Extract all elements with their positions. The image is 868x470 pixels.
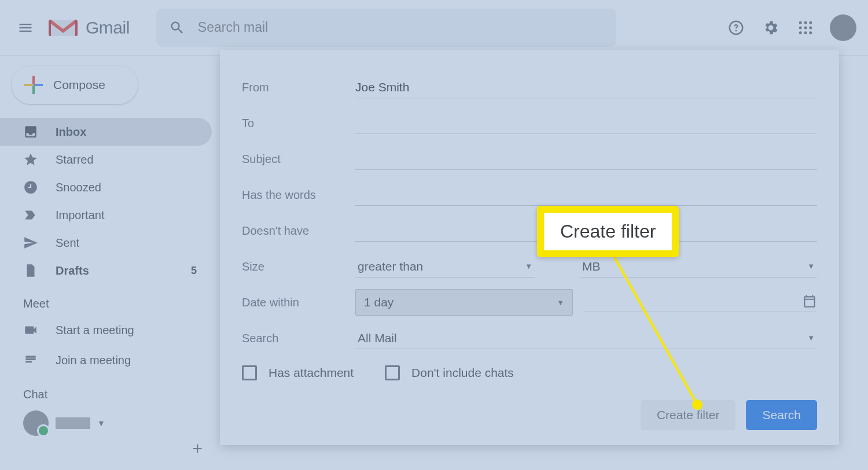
haswords-input[interactable] [355,184,817,206]
chat-user[interactable]: ▼ [0,410,220,436]
search-button[interactable]: Search [746,400,817,430]
subject-label: Subject [242,153,344,166]
search-bar[interactable] [156,9,616,47]
account-avatar[interactable] [830,14,856,41]
help-button[interactable] [722,14,750,42]
compose-button[interactable]: Compose [12,66,138,104]
calendar-icon [802,294,817,309]
svg-point-6 [799,31,802,34]
nothave-label: Doesn't have [242,224,344,238]
search-icon [169,20,185,36]
from-label: From [242,81,344,94]
svg-point-0 [799,21,802,24]
from-input[interactable] [355,77,817,98]
checkbox-icon [385,365,400,380]
svg-point-3 [799,26,802,29]
annotation-callout: Create filter [537,206,679,257]
to-label: To [242,117,344,130]
sidebar: Compose Inbox Starred Snoozed Important … [0,55,220,470]
date-label: Date within [242,296,344,309]
gmail-wordmark: Gmail [86,18,130,38]
nav-inbox[interactable]: Inbox [0,118,212,146]
gmail-icon [47,16,79,39]
size-unit-select[interactable]: MB▼ [580,256,817,277]
chevron-down-icon: ▼ [807,334,815,342]
compose-label: Compose [53,78,105,92]
size-label: Size [242,260,344,273]
checkbox-icon [242,365,257,380]
svg-point-4 [804,26,807,29]
main: From To Subject Has the words Doesn't ha… [220,55,868,470]
nav-sent[interactable]: Sent [0,229,212,257]
svg-point-7 [804,31,807,34]
svg-point-5 [809,26,812,29]
chat-header: Chat [0,375,220,406]
search-input[interactable] [198,20,604,35]
menu-button[interactable] [12,14,39,42]
plus-icon [24,76,43,94]
has-attachment-checkbox[interactable]: Has attachment [242,365,354,380]
chevron-down-icon: ▼ [807,262,815,271]
meet-header: Meet [0,284,220,315]
haswords-label: Has the words [242,188,344,202]
chat-username [56,417,90,429]
header: Gmail [0,0,868,55]
subject-input[interactable] [355,149,817,170]
size-operator-select[interactable]: greater than▼ [355,256,535,277]
svg-point-1 [804,21,807,24]
new-chat-button[interactable]: + [192,439,203,458]
searchscope-label: Search [242,332,344,345]
chevron-down-icon: ▼ [525,262,532,271]
svg-point-8 [809,31,812,34]
chevron-down-icon: ▼ [557,298,564,307]
create-filter-button[interactable]: Create filter [641,400,736,430]
nav-snoozed[interactable]: Snoozed [0,173,212,201]
settings-button[interactable] [757,14,785,42]
date-input[interactable] [584,293,817,312]
nav-important[interactable]: Important [0,201,212,229]
apps-button[interactable] [792,14,819,42]
drafts-count: 5 [191,265,197,277]
date-range-select[interactable]: 1 day▼ [355,289,573,316]
to-input[interactable] [355,113,817,134]
chat-avatar [23,410,49,436]
meet-join[interactable]: Join a meeting [0,345,212,375]
nav-list: Inbox Starred Snoozed Important Sent Dra… [0,118,220,284]
nav-drafts[interactable]: Drafts5 [0,257,212,284]
svg-point-2 [809,21,812,24]
gmail-logo[interactable]: Gmail [47,16,130,39]
search-scope-select[interactable]: All Mail▼ [355,328,817,349]
meet-start[interactable]: Start a meeting [0,315,212,345]
advanced-search-panel: From To Subject Has the words Doesn't ha… [220,50,839,445]
exclude-chats-checkbox[interactable]: Don't include chats [385,365,514,380]
chevron-down-icon[interactable]: ▼ [97,419,105,428]
nav-starred[interactable]: Starred [0,146,212,173]
